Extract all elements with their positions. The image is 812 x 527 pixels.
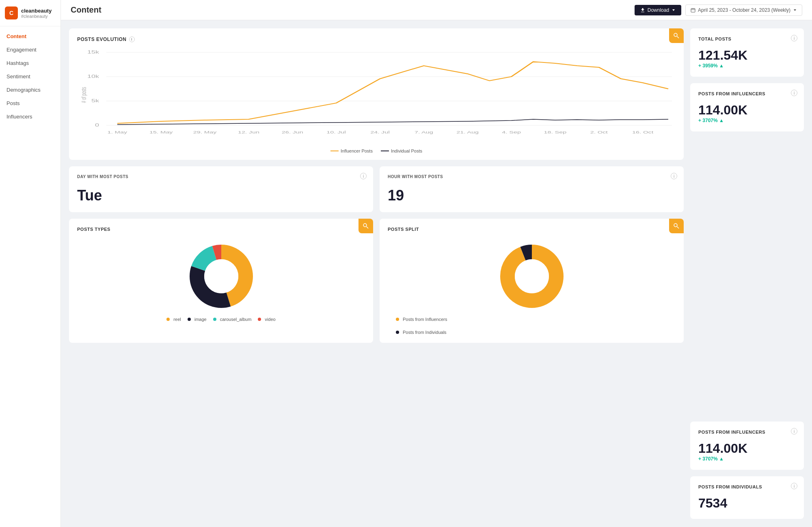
carousel-dot <box>213 318 216 321</box>
hour-info-icon[interactable]: i <box>671 173 677 179</box>
posts-split-card: POSTS SPLIT Posts from Influencers <box>380 219 684 343</box>
individuals-info-icon[interactable]: i <box>791 483 797 489</box>
sidebar-item-influencers[interactable]: Influencers <box>0 110 60 123</box>
posts-types-title: POSTS TYPES <box>77 227 365 232</box>
posts-split-donut <box>388 240 676 313</box>
svg-text:21. Aug: 21. Aug <box>456 130 479 134</box>
total-posts-label: TOTAL POSTS <box>698 37 796 41</box>
sidebar-item-posts[interactable]: Posts <box>0 97 60 110</box>
logo-icon: C <box>5 6 18 19</box>
legend-split-influencers: Posts from Influencers <box>396 317 447 322</box>
main-area: Content Download April 25, 2023 - Octobe… <box>61 0 812 527</box>
svg-text:# of posts: # of posts <box>80 87 88 103</box>
bottom-row: POSTS TYPES <box>69 219 684 343</box>
influencers-bottom-label: POSTS FROM INFLUENCERS <box>698 430 796 435</box>
svg-point-34 <box>204 259 238 293</box>
posts-individuals-card: i POSTS FROM INDIVIDUALS 7534 <box>690 476 804 519</box>
stats-row: i DAY WITH MOST POSTS Tue i HOUR WITH MO… <box>69 166 684 212</box>
chart-info-icon[interactable]: i <box>129 37 135 42</box>
reel-dot <box>166 318 170 321</box>
svg-text:15. May: 15. May <box>149 130 173 134</box>
svg-text:7. Aug: 7. Aug <box>415 130 433 134</box>
posts-split-zoom-badge[interactable] <box>669 219 684 233</box>
download-button[interactable]: Download <box>635 5 681 15</box>
logo-tag: #cleanbeauty <box>21 14 52 19</box>
posts-split-title: POSTS SPLIT <box>388 227 676 232</box>
posts-evolution-svg: 15k 10k 5k 0 # of posts 1. May 15. Ma <box>77 46 676 144</box>
svg-text:12. Jun: 12. Jun <box>238 130 259 134</box>
video-dot <box>258 318 261 321</box>
day-most-posts-value: Tue <box>77 187 365 204</box>
calendar-icon <box>691 8 695 13</box>
hour-most-posts-label: HOUR WITH MOST POSTS <box>388 174 676 179</box>
svg-line-29 <box>367 227 369 229</box>
download-icon <box>640 8 645 13</box>
sidebar-item-engagement[interactable]: Engagement <box>0 43 60 56</box>
posts-types-svg <box>185 240 258 313</box>
individuals-value: 7534 <box>698 496 796 511</box>
svg-line-5 <box>677 37 679 39</box>
legend-individual-line <box>381 151 389 151</box>
svg-text:29. May: 29. May <box>193 130 217 134</box>
legend-video: video <box>258 317 275 322</box>
sidebar-item-sentiment[interactable]: Sentiment <box>0 70 60 83</box>
individuals-label: POSTS FROM INDIVIDUALS <box>698 484 796 489</box>
chevron-down-icon <box>672 8 676 12</box>
chart-container: 15k 10k 5k 0 # of posts 1. May 15. Ma <box>77 46 676 145</box>
legend-reel: reel <box>166 317 181 322</box>
day-most-posts-label: DAY WITH MOST POSTS <box>77 174 365 179</box>
day-info-icon[interactable]: i <box>360 173 367 179</box>
influencers-top-info-icon[interactable]: i <box>791 90 797 96</box>
date-range-label: April 25, 2023 - October 24, 2023 (Weekl… <box>698 7 790 13</box>
influencers-bottom-info-icon[interactable]: i <box>791 428 797 435</box>
sidebar-item-content[interactable]: Content <box>0 30 60 43</box>
logo-container: C cleanbeauty #cleanbeauty <box>0 0 60 26</box>
sidebar-item-demographics[interactable]: Demographics <box>0 83 60 97</box>
svg-text:15k: 15k <box>87 50 99 54</box>
influencers-top-value: 114.00K <box>698 103 796 118</box>
logo-text: cleanbeauty #cleanbeauty <box>21 8 52 19</box>
legend-individual: Individual Posts <box>381 148 422 153</box>
sidebar-nav: Content Engagement Hashtags Sentiment De… <box>0 26 60 127</box>
posts-types-donut <box>77 240 365 313</box>
right-panel: i TOTAL POSTS 121.54K + 3959% ▲ i POSTS … <box>690 28 804 519</box>
svg-point-28 <box>363 224 367 227</box>
split-individual-dot <box>396 331 399 334</box>
date-range-button[interactable]: April 25, 2023 - October 24, 2023 (Weekl… <box>685 4 802 16</box>
svg-rect-0 <box>691 9 695 12</box>
zoom-icon-2 <box>363 223 369 229</box>
date-chevron-icon <box>793 8 797 12</box>
chart-legend: Influencer Posts Individual Posts <box>77 148 676 153</box>
legend-influencer: Influencer Posts <box>330 148 373 153</box>
posts-types-zoom-badge[interactable] <box>358 219 373 233</box>
influencers-bottom-change: + 3707% ▲ <box>698 456 796 462</box>
right-spacer <box>690 138 804 415</box>
total-posts-card: i TOTAL POSTS 121.54K + 3959% ▲ <box>690 28 804 77</box>
hour-most-posts-value: 19 <box>388 187 676 204</box>
day-most-posts-card: i DAY WITH MOST POSTS Tue <box>69 166 373 212</box>
legend-influencer-line <box>330 151 339 151</box>
sidebar-item-hashtags[interactable]: Hashtags <box>0 56 60 70</box>
zoom-icon-3 <box>673 223 680 229</box>
chart-zoom-badge[interactable] <box>669 28 684 43</box>
svg-point-4 <box>674 33 677 37</box>
logo-name: cleanbeauty <box>21 8 52 14</box>
influencers-top-label: POSTS FROM INFLUENCERS <box>698 91 796 96</box>
total-posts-change: + 3959% ▲ <box>698 63 796 69</box>
page-title: Content <box>71 5 102 15</box>
svg-text:2. Oct: 2. Oct <box>590 130 608 134</box>
topbar-actions: Download April 25, 2023 - October 24, 20… <box>635 4 802 16</box>
split-influencer-dot <box>396 318 399 321</box>
posts-evolution-card: POSTS EVOLUTION i 15k 10k 5k 0 # of post… <box>69 28 684 160</box>
sidebar: C cleanbeauty #cleanbeauty Content Engag… <box>0 0 61 527</box>
legend-image: image <box>188 317 207 322</box>
total-posts-value: 121.54K <box>698 48 796 63</box>
chart-title: POSTS EVOLUTION i <box>77 37 676 42</box>
influencers-top-change: + 3707% ▲ <box>698 118 796 123</box>
total-posts-info-icon[interactable]: i <box>791 35 797 41</box>
posts-influencers-top-card: i POSTS FROM INFLUENCERS 114.00K + 3707%… <box>690 83 804 131</box>
svg-text:1. May: 1. May <box>108 130 127 134</box>
hour-most-posts-card: i HOUR WITH MOST POSTS 19 <box>380 166 684 212</box>
topbar: Content Download April 25, 2023 - Octobe… <box>61 0 812 20</box>
influencers-bottom-value: 114.00K <box>698 441 796 456</box>
